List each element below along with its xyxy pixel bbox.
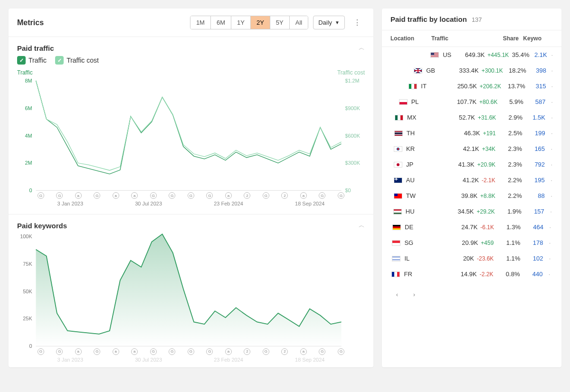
keyword-link[interactable]: 178 <box>520 239 543 246</box>
table-row[interactable]: DE24.7K-6.1K1.3%464· <box>382 219 561 235</box>
granularity-select[interactable]: Daily ▼ <box>313 16 345 29</box>
paid-keywords-title: Paid keywords <box>17 222 67 230</box>
table-row[interactable]: FR14.9K-2.2K0.8%440· <box>382 266 561 282</box>
prev-page-icon[interactable]: ‹ <box>390 288 404 301</box>
keyword-link[interactable]: 398 <box>526 67 546 74</box>
keyword-link[interactable]: 157 <box>522 208 544 215</box>
legend-traffic[interactable]: ✓ Traffic <box>17 56 47 65</box>
event-marker-icon[interactable]: 2 <box>244 192 250 199</box>
event-marker-icon[interactable]: a <box>75 192 82 199</box>
next-page-icon[interactable]: › <box>408 288 421 301</box>
keyword-link[interactable]: 199 <box>522 130 545 137</box>
event-marker-icon[interactable]: a <box>300 192 307 199</box>
range-5y[interactable]: 5Y <box>270 16 290 29</box>
table-row[interactable]: IL20K-23.6K1.1%102· <box>382 251 561 266</box>
event-marker-icon[interactable]: G <box>169 348 175 355</box>
country-code: PL <box>411 98 419 105</box>
col-share[interactable]: Share <box>492 35 519 42</box>
event-marker-icon[interactable]: a <box>131 348 138 355</box>
keyword-link[interactable]: 440 <box>520 271 542 278</box>
table-row[interactable]: GB333.4K+300.1K18.2%398· <box>382 63 561 78</box>
event-marker-icon[interactable]: G <box>263 192 269 199</box>
paid-keywords-chart: 100K75K50K25K0 <box>17 233 365 351</box>
table-row[interactable]: US649.3K+445.1K35.4%2.1K· <box>382 47 561 63</box>
country-code: DE <box>405 224 413 231</box>
table-row[interactable]: SG20.9K+4591.1%178· <box>382 235 561 251</box>
table-row[interactable]: AU41.2K-2.1K2.2%195· <box>382 172 561 188</box>
range-1m[interactable]: 1M <box>190 16 211 29</box>
event-marker-icon[interactable]: G <box>338 348 344 355</box>
event-marker-icon[interactable]: G <box>263 348 269 355</box>
event-marker-icon[interactable]: G <box>38 192 44 199</box>
event-marker-icon[interactable]: G <box>188 348 194 355</box>
table-row[interactable]: HU34.5K+29.2K1.9%157· <box>382 204 561 219</box>
svg-text:$1.2M: $1.2M <box>345 78 359 84</box>
event-marker-icon[interactable]: a <box>225 348 232 355</box>
table-row[interactable]: JP41.3K+20.9K2.3%792· <box>382 157 561 172</box>
event-marker-icon[interactable]: 2 <box>281 348 288 355</box>
svg-text:$900K: $900K <box>345 105 360 111</box>
svg-text:100K: 100K <box>20 233 32 239</box>
flag-icon <box>393 209 402 215</box>
table-row[interactable]: MX52.7K+31.6K2.9%1.5K· <box>382 110 561 125</box>
country-code: US <box>443 51 451 58</box>
keyword-link[interactable]: 315 <box>525 83 546 90</box>
event-marker-icon[interactable]: G <box>169 192 175 199</box>
legend-traffic-cost[interactable]: ✓ Traffic cost <box>55 56 99 65</box>
event-marker-icon[interactable]: 2 <box>244 348 250 355</box>
range-2y[interactable]: 2Y <box>251 16 270 29</box>
collapse-icon[interactable]: ︿ <box>359 221 365 230</box>
more-menu-icon[interactable]: ⋮ <box>350 15 365 30</box>
table-row[interactable]: KR42.1K+34K2.3%165· <box>382 141 561 157</box>
svg-text:25K: 25K <box>23 316 32 322</box>
collapse-icon[interactable]: ︿ <box>359 44 365 52</box>
event-marker-icon[interactable]: G <box>94 192 100 199</box>
event-marker-icon[interactable]: G <box>319 192 325 199</box>
event-marker-icon[interactable]: G <box>206 348 213 355</box>
event-marker-icon[interactable]: G <box>150 192 157 199</box>
event-marker-icon[interactable]: a <box>113 348 119 355</box>
country-code: FR <box>404 271 412 278</box>
keyword-link[interactable]: 195 <box>522 177 545 184</box>
event-marker-icon[interactable]: G <box>150 348 157 355</box>
keyword-link[interactable]: 464 <box>521 224 543 231</box>
table-row[interactable]: TW39.8K+8.8K2.2%88· <box>382 188 561 204</box>
keyword-link[interactable]: 792 <box>522 161 545 168</box>
country-code: IL <box>404 255 409 262</box>
country-code: TH <box>407 130 415 137</box>
event-marker-icon[interactable]: a <box>225 192 232 199</box>
event-marker-icon[interactable]: G <box>206 192 213 199</box>
event-marker-icon[interactable]: G <box>188 192 194 199</box>
col-keywords[interactable]: Keywo <box>519 35 542 42</box>
svg-text:$300K: $300K <box>345 160 360 166</box>
col-location[interactable]: Location <box>390 35 431 42</box>
event-marker-icon[interactable]: G <box>56 192 63 199</box>
keyword-link[interactable]: 165 <box>522 145 545 152</box>
range-6m[interactable]: 6M <box>211 16 231 29</box>
table-row[interactable]: TH46.3K+1912.5%199· <box>382 125 561 141</box>
checkbox-icon: ✓ <box>17 56 26 65</box>
range-1y[interactable]: 1Y <box>231 16 251 29</box>
event-marker-icon[interactable]: G <box>338 192 344 199</box>
col-traffic[interactable]: Traffic <box>431 35 492 42</box>
keyword-link[interactable]: 102 <box>520 255 543 262</box>
event-marker-icon[interactable]: a <box>113 192 119 199</box>
country-code: GB <box>426 67 435 74</box>
table-row[interactable]: PL107.7K+80.6K5.9%587· <box>382 94 561 110</box>
keyword-link[interactable]: 1.5K <box>522 114 545 121</box>
event-marker-icon[interactable]: G <box>319 348 325 355</box>
table-row[interactable]: IT250.5K+206.2K13.7%315· <box>382 78 561 94</box>
event-marker-icon[interactable]: a <box>131 192 138 199</box>
event-marker-icon[interactable]: a <box>75 348 82 355</box>
flag-icon <box>394 131 403 136</box>
keyword-link[interactable]: 2.1K <box>530 51 547 58</box>
event-marker-icon[interactable]: G <box>38 348 44 355</box>
keyword-link[interactable]: 587 <box>523 98 546 105</box>
range-all[interactable]: All <box>290 16 308 29</box>
keyword-link[interactable]: 88 <box>522 192 545 199</box>
event-marker-icon[interactable]: a <box>300 348 307 355</box>
flag-icon <box>430 52 439 58</box>
event-marker-icon[interactable]: 2 <box>281 192 288 199</box>
event-marker-icon[interactable]: G <box>56 348 63 355</box>
event-marker-icon[interactable]: G <box>94 348 100 355</box>
